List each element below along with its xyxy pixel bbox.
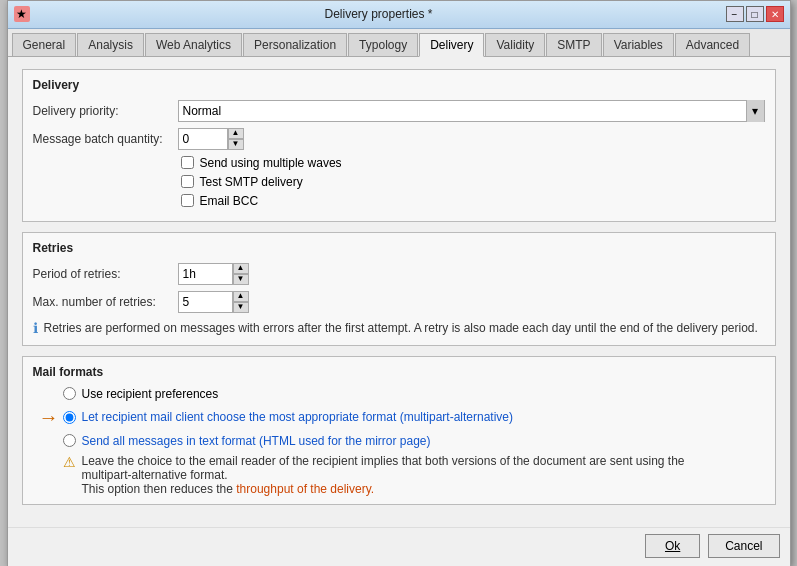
delivery-section: Delivery Delivery priority: Normal ▾ Mes… — [22, 69, 776, 222]
batch-spin-buttons: ▲ ▼ — [228, 128, 244, 150]
radio3-row: Send all messages in text format (HTML u… — [63, 434, 765, 448]
retries-info-row: ℹ Retries are performed on messages with… — [33, 319, 765, 337]
window-title: Delivery properties * — [32, 7, 726, 21]
mail-formats-title: Mail formats — [33, 365, 765, 379]
batch-row: Message batch quantity: 0 ▲ ▼ — [33, 128, 765, 150]
orange-arrow-icon: → — [39, 406, 59, 429]
checkbox-waves-label: Send using multiple waves — [200, 156, 342, 170]
warning-text: Leave the choice to the email reader of … — [82, 454, 685, 496]
checkbox-smtp-row: Test SMTP delivery — [181, 175, 765, 189]
delivery-section-title: Delivery — [33, 78, 765, 92]
checkbox-waves-row: Send using multiple waves — [181, 156, 765, 170]
window-controls: − □ ✕ — [726, 6, 784, 22]
priority-row: Delivery priority: Normal ▾ — [33, 100, 765, 122]
warning-row: ⚠ Leave the choice to the email reader o… — [63, 454, 765, 496]
radio-multipart[interactable] — [63, 411, 76, 424]
period-input[interactable] — [178, 263, 233, 285]
checkbox-bcc[interactable] — [181, 194, 194, 207]
batch-input[interactable]: 0 — [178, 128, 228, 150]
maxretries-spin-up[interactable]: ▲ — [233, 291, 249, 302]
checkbox-bcc-row: Email BCC — [181, 194, 765, 208]
tab-personalization[interactable]: Personalization — [243, 33, 347, 56]
radio-text-format[interactable] — [63, 434, 76, 447]
tab-validity[interactable]: Validity — [485, 33, 545, 56]
priority-value: Normal — [179, 102, 746, 120]
checkbox-bcc-label: Email BCC — [200, 194, 259, 208]
maximize-button[interactable]: □ — [746, 6, 764, 22]
warning-icon: ⚠ — [63, 454, 76, 470]
app-icon: ★ — [14, 6, 30, 22]
tab-smtp[interactable]: SMTP — [546, 33, 601, 56]
close-button[interactable]: ✕ — [766, 6, 784, 22]
period-spin-up[interactable]: ▲ — [233, 263, 249, 274]
maxretries-row: Max. number of retries: ▲ ▼ — [33, 291, 765, 313]
period-spin-down[interactable]: ▼ — [233, 274, 249, 285]
radio2-container: → Let recipient mail client choose the m… — [33, 406, 765, 429]
period-spin-buttons: ▲ ▼ — [233, 263, 249, 285]
batch-label: Message batch quantity: — [33, 132, 178, 146]
maxretries-spin-down[interactable]: ▼ — [233, 302, 249, 313]
info-icon: ℹ — [33, 320, 38, 336]
warning-line2: multipart-alternative format. — [82, 468, 685, 482]
warning-line3: This option then reduces the throughput … — [82, 482, 685, 496]
checkbox-smtp[interactable] — [181, 175, 194, 188]
minimize-button[interactable]: − — [726, 6, 744, 22]
batch-spin: 0 ▲ ▼ — [178, 128, 244, 150]
title-bar: ★ Delivery properties * − □ ✕ — [8, 1, 790, 29]
retries-info-text: Retries are performed on messages with e… — [44, 319, 765, 337]
tab-variables[interactable]: Variables — [603, 33, 674, 56]
mail-formats-section: Mail formats Use recipient preferences →… — [22, 356, 776, 505]
checkbox-waves[interactable] — [181, 156, 194, 169]
main-content: Delivery Delivery priority: Normal ▾ Mes… — [8, 57, 790, 527]
batch-spin-down[interactable]: ▼ — [228, 139, 244, 150]
maxretries-spin-buttons: ▲ ▼ — [233, 291, 249, 313]
period-row: Period of retries: ▲ ▼ — [33, 263, 765, 285]
period-label: Period of retries: — [33, 267, 178, 281]
footer: Ok Cancel — [8, 527, 790, 566]
retries-section: Retries Period of retries: ▲ ▼ Max. numb… — [22, 232, 776, 346]
radio3-label: Send all messages in text format (HTML u… — [82, 434, 431, 448]
tab-delivery[interactable]: Delivery — [419, 33, 484, 57]
maxretries-label: Max. number of retries: — [33, 295, 178, 309]
main-window: ★ Delivery properties * − □ ✕ General An… — [7, 0, 791, 566]
tab-web-analytics[interactable]: Web Analytics — [145, 33, 242, 56]
tab-analysis[interactable]: Analysis — [77, 33, 144, 56]
priority-label: Delivery priority: — [33, 104, 178, 118]
radio2-row: Let recipient mail client choose the mos… — [63, 410, 514, 424]
ok-button[interactable]: Ok — [645, 534, 700, 558]
priority-dropdown[interactable]: Normal ▾ — [178, 100, 765, 122]
radio2-label: Let recipient mail client choose the mos… — [82, 410, 514, 424]
tab-typology[interactable]: Typology — [348, 33, 418, 56]
period-spin: ▲ ▼ — [178, 263, 249, 285]
cancel-button[interactable]: Cancel — [708, 534, 779, 558]
warning-line1: Leave the choice to the email reader of … — [82, 454, 685, 468]
checkbox-smtp-label: Test SMTP delivery — [200, 175, 303, 189]
tab-bar: General Analysis Web Analytics Personali… — [8, 29, 790, 57]
maxretries-spin: ▲ ▼ — [178, 291, 249, 313]
radio1-row: Use recipient preferences — [63, 387, 765, 401]
tab-general[interactable]: General — [12, 33, 77, 56]
radio1-label: Use recipient preferences — [82, 387, 219, 401]
maxretries-input[interactable] — [178, 291, 233, 313]
batch-spin-up[interactable]: ▲ — [228, 128, 244, 139]
priority-dropdown-arrow[interactable]: ▾ — [746, 100, 764, 122]
retries-section-title: Retries — [33, 241, 765, 255]
tab-advanced[interactable]: Advanced — [675, 33, 750, 56]
radio-use-recipient[interactable] — [63, 387, 76, 400]
